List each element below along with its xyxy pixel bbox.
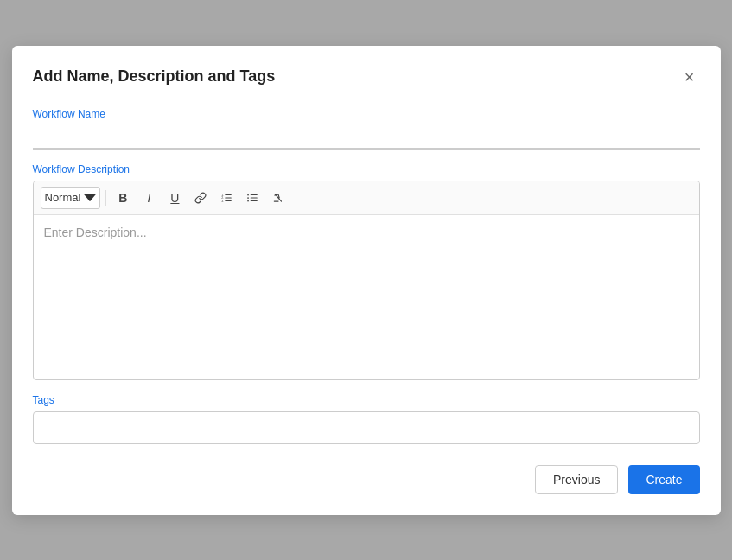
ordered-list-button[interactable]: 1. 2. 3. [215,187,238,209]
svg-point-10 [248,197,250,199]
svg-point-11 [248,200,250,201]
svg-point-9 [248,194,250,195]
description-editor: Normal B I U [33,181,700,380]
link-button[interactable] [189,187,212,209]
modal-footer: Previous Create [33,465,700,494]
description-editor-content[interactable]: Enter Description... [34,215,699,379]
toolbar-divider-1 [105,190,106,206]
modal-title: Add Name, Description and Tags [33,67,276,86]
modal-overlay: Add Name, Description and Tags × Workflo… [0,0,732,560]
workflow-name-label: Workflow Name [33,108,700,120]
bold-button[interactable]: B [111,187,134,209]
link-icon [194,192,207,204]
workflow-description-section: Workflow Description Normal B I U [33,163,700,380]
clear-format-button[interactable] [267,187,290,209]
unordered-list-icon [246,192,258,204]
italic-button[interactable]: I [137,187,160,209]
workflow-description-label: Workflow Description [33,163,700,175]
previous-button[interactable]: Previous [535,465,618,494]
tags-section: Tags [33,394,700,444]
modal-dialog: Add Name, Description and Tags × Workflo… [12,46,721,515]
style-select[interactable]: Normal [41,187,101,209]
style-select-value: Normal [45,191,81,204]
ordered-list-icon: 1. 2. 3. [220,192,232,204]
clear-format-icon [272,192,284,204]
workflow-name-input[interactable] [33,125,700,150]
description-placeholder: Enter Description... [44,226,147,239]
tags-label: Tags [33,394,700,406]
svg-text:3.: 3. [222,199,225,202]
editor-toolbar: Normal B I U [34,181,699,215]
underline-button[interactable]: U [163,187,186,209]
workflow-name-section: Workflow Name [33,108,700,150]
tags-input[interactable] [33,411,700,444]
create-button[interactable]: Create [628,465,699,494]
modal-header: Add Name, Description and Tags × [33,67,700,87]
close-button[interactable]: × [679,67,700,87]
chevron-down-icon [84,192,96,204]
unordered-list-button[interactable] [241,187,264,209]
